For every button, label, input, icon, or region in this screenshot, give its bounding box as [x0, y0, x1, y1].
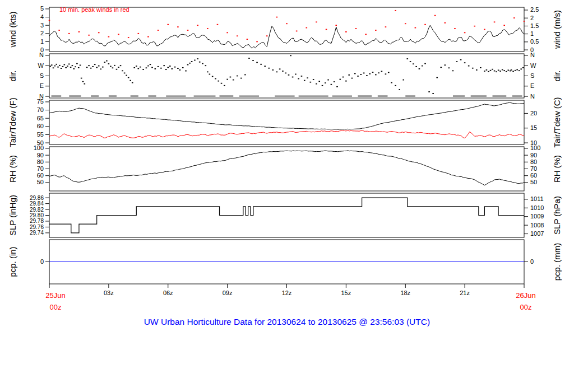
- wind-direction-deg: [75, 66, 76, 67]
- wind-direction-deg: [67, 66, 68, 67]
- peak-wind-kts: [434, 15, 436, 16]
- wind-direction-deg: [233, 80, 234, 81]
- wind-direction-deg: [391, 82, 392, 83]
- wind-direction-deg: [92, 66, 94, 67]
- wind-direction-deg: [499, 71, 501, 72]
- wind-direction-deg: [172, 68, 173, 69]
- wind-direction-deg: [187, 64, 189, 66]
- peak-wind-kts: [138, 33, 140, 34]
- wind-direction-deg: [61, 68, 62, 69]
- wind-direction-deg: [496, 71, 497, 72]
- temp-ylabel-right: Tair/Tdew (C): [552, 97, 562, 147]
- wind-direction-deg: [316, 83, 317, 85]
- wind-direction-deg: [490, 70, 492, 71]
- wind-direction-deg: [432, 93, 434, 94]
- wind-direction-deg: [142, 69, 144, 70]
- x-tick-label: 12z: [282, 290, 292, 296]
- peak-wind-kts: [147, 36, 149, 38]
- wind-direction-deg: [507, 69, 509, 71]
- wind-direction-deg: [53, 67, 54, 68]
- wind-direction-deg: [301, 76, 303, 77]
- pcp-left-tick-label: 0: [40, 258, 44, 265]
- wind-direction-deg: [167, 67, 169, 68]
- peak-wind-kts: [484, 29, 485, 30]
- panels-group: 01234500.511.522.5wind (kts)wind (m/s)NE…: [8, 5, 562, 296]
- wind-direction-deg: [55, 64, 57, 65]
- wind-direction-deg: [189, 63, 191, 64]
- wind-left-tick-label: 2: [40, 30, 44, 36]
- wind-direction-deg: [464, 62, 466, 63]
- peak-wind-kts: [177, 26, 179, 27]
- rh-right-tick-label: 50: [530, 179, 537, 185]
- wind-direction-deg: [322, 85, 323, 86]
- peak-wind-kts: [524, 21, 525, 22]
- wind-direction-deg: [307, 77, 308, 78]
- sea-level-pressure-inhg: [49, 198, 524, 233]
- wind-direction-deg: [197, 58, 198, 59]
- temp-left-tick-label: 60: [37, 123, 44, 129]
- peak-winds-annotation: 10 min. peak winds in red: [59, 6, 129, 13]
- peak-wind-kts: [256, 41, 258, 43]
- wind-direction-deg: [108, 63, 110, 64]
- peak-wind-kts: [158, 30, 159, 31]
- pcp-ylabel-left: pcp. (in): [8, 246, 17, 277]
- wind-direction-deg: [334, 81, 335, 82]
- relative-humidity-pct: [49, 151, 524, 185]
- wind-direction-deg: [512, 71, 514, 72]
- wind-direction-deg: [486, 69, 488, 71]
- wind-direction-deg: [256, 62, 258, 63]
- wind-direction-deg: [519, 70, 520, 71]
- slp-left-tick-label: 29.86: [30, 195, 44, 201]
- slp-left-tick-label: 29.82: [30, 207, 44, 213]
- air-temperature-f: [49, 102, 524, 129]
- wind-direction-deg: [59, 65, 61, 66]
- wind-direction-deg: [272, 69, 274, 71]
- wind-direction-deg: [207, 71, 209, 72]
- wind-direction-deg: [122, 70, 123, 71]
- wind-direction-deg: [116, 69, 118, 70]
- slp-left-tick-label: 29.80: [30, 212, 44, 218]
- peak-wind-kts: [286, 23, 288, 24]
- wind-direction-deg: [375, 74, 377, 76]
- wind-direction-deg: [158, 66, 159, 67]
- wind-direction-deg: [136, 66, 137, 67]
- wind-direction-deg: [185, 71, 187, 72]
- wind-direction-deg: [363, 73, 365, 74]
- peak-wind-kts: [128, 37, 129, 38]
- wind-direction-deg: [422, 66, 423, 67]
- wind-direction-deg: [282, 71, 284, 72]
- wind-direction-deg: [476, 69, 478, 71]
- wind-direction-deg: [502, 69, 503, 71]
- dir-right-tick-label: N: [530, 52, 535, 58]
- wind-direction-deg: [456, 61, 458, 62]
- wind-direction-deg: [331, 84, 332, 85]
- wind-direction-deg: [522, 67, 524, 68]
- wind-direction-deg: [160, 68, 162, 69]
- rh-ylabel-left: RH (%): [8, 155, 17, 183]
- wind-direction-deg: [94, 64, 96, 65]
- wind-direction-deg: [194, 60, 196, 61]
- wind-right-tick-label: 1: [530, 30, 534, 37]
- slp-right-tick-label: 1008: [530, 222, 544, 228]
- wind-direction-deg: [440, 67, 442, 68]
- wind-direction-deg: [406, 58, 408, 59]
- slp-right-tick-label: 1011: [530, 195, 544, 202]
- dir-ylabel-left: dir.: [8, 70, 17, 81]
- peak-wind-kts: [108, 36, 110, 38]
- wind-speed-kts: [49, 25, 524, 48]
- wind-direction-deg: [147, 66, 149, 67]
- wind-direction-deg: [120, 65, 122, 66]
- slp-ylabel-left: SLP (inHg): [8, 195, 17, 236]
- wind-direction-deg: [410, 61, 411, 62]
- peak-wind-kts: [98, 32, 100, 33]
- wind-direction-deg: [460, 59, 462, 60]
- peak-wind-kts: [503, 25, 505, 26]
- peak-wind-kts: [266, 35, 268, 36]
- wind-direction-deg: [310, 82, 312, 83]
- peak-wind-kts: [247, 39, 248, 40]
- x-tick-label: 09z: [223, 290, 233, 296]
- wind-direction-deg: [304, 80, 305, 81]
- x-start-hour-label: 00z: [50, 303, 62, 311]
- wind-direction-deg: [402, 80, 404, 81]
- slp-right-tick-label: 1009: [530, 213, 544, 220]
